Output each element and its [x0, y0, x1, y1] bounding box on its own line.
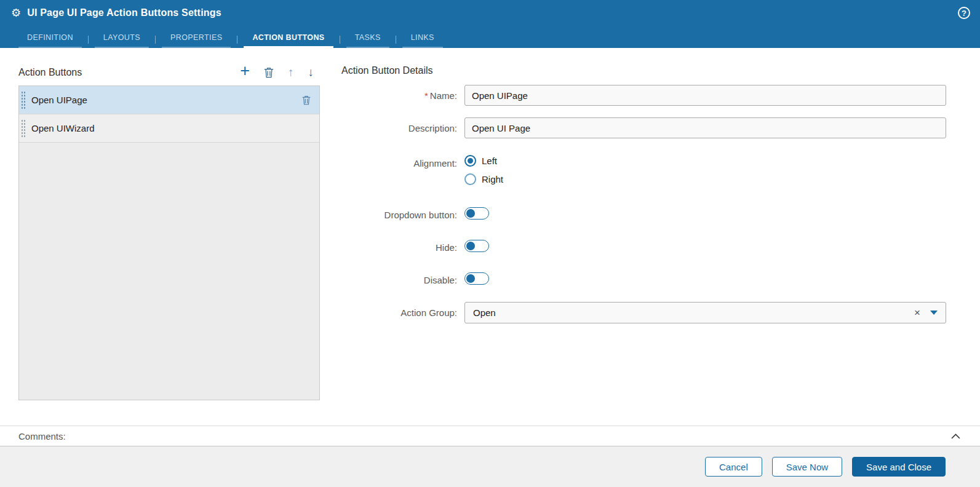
- alignment-right-option[interactable]: Right: [464, 173, 946, 185]
- radio-selected-icon[interactable]: [464, 155, 476, 167]
- tab-bar: DEFINITION LAYOUTS PROPERTIES ACTION BUT…: [0, 26, 980, 48]
- action-buttons-panel: Action Buttons + ↑ ↓ Open UIPage: [18, 64, 320, 426]
- name-row: *Name:: [341, 85, 946, 106]
- description-input[interactable]: [464, 117, 946, 138]
- tab-tasks[interactable]: TASKS: [346, 29, 389, 48]
- save-and-close-button[interactable]: Save and Close: [852, 457, 946, 477]
- action-group-value: Open: [473, 307, 914, 318]
- move-down-icon[interactable]: ↓: [308, 66, 314, 78]
- tab-separator: [396, 36, 396, 44]
- tab-separator: [88, 36, 89, 44]
- gear-icon: ⚙: [11, 7, 21, 18]
- name-label: *Name:: [341, 90, 464, 101]
- list-toolbar: + ↑ ↓: [240, 65, 319, 79]
- hide-row: Hide:: [341, 240, 946, 255]
- list-item-label: Open UIWizard: [25, 123, 319, 133]
- comments-label: Comments:: [18, 431, 66, 441]
- action-buttons-list: Open UIPage Open UIWizard: [18, 85, 320, 400]
- dropdown-button-toggle[interactable]: [464, 207, 489, 220]
- comments-bar: Comments:: [0, 426, 980, 446]
- alignment-left-option[interactable]: Left: [464, 155, 946, 167]
- settings-page: ⚙ UI Page UI Page Action Buttons Setting…: [0, 0, 980, 487]
- drag-handle-icon[interactable]: [21, 91, 25, 109]
- save-now-button[interactable]: Save Now: [772, 457, 842, 477]
- radio-label: Left: [482, 156, 497, 166]
- tab-action-buttons[interactable]: ACTION BUTTONS: [244, 29, 333, 48]
- chevron-down-icon[interactable]: [930, 311, 938, 315]
- action-group-select[interactable]: Open ×: [464, 302, 946, 323]
- cancel-button[interactable]: Cancel: [705, 457, 762, 477]
- action-group-row: Action Group: Open ×: [341, 302, 946, 323]
- add-button-icon[interactable]: +: [240, 63, 250, 79]
- alignment-row: Alignment: Left Right: [341, 154, 946, 185]
- list-item-open-uiwizard[interactable]: Open UIWizard: [19, 114, 319, 143]
- radio-label: Right: [482, 174, 503, 184]
- action-buttons-title: Action Buttons: [18, 67, 82, 78]
- clear-icon[interactable]: ×: [914, 307, 920, 318]
- required-marker: *: [424, 90, 428, 101]
- hide-toggle[interactable]: [464, 240, 489, 252]
- disable-toggle[interactable]: [464, 272, 489, 285]
- row-delete-icon[interactable]: [302, 95, 311, 105]
- tab-definition[interactable]: DEFINITION: [18, 29, 82, 48]
- radio-unselected-icon[interactable]: [464, 173, 476, 185]
- list-item-open-uipage[interactable]: Open UIPage: [19, 86, 319, 114]
- tab-separator: [155, 36, 156, 44]
- tab-separator: [340, 36, 340, 44]
- header: ⚙ UI Page UI Page Action Buttons Setting…: [0, 0, 980, 48]
- delete-button-icon[interactable]: [264, 67, 274, 78]
- dropdown-button-row: Dropdown button:: [341, 207, 946, 222]
- tab-layouts[interactable]: LAYOUTS: [95, 29, 149, 48]
- title-row: ⚙ UI Page UI Page Action Buttons Setting…: [0, 0, 980, 26]
- help-icon[interactable]: ?: [958, 7, 970, 19]
- action-group-label: Action Group:: [341, 307, 464, 318]
- action-button-details-panel: Action Button Details *Name: Description…: [341, 64, 946, 426]
- alignment-label: Alignment:: [341, 158, 464, 168]
- disable-row: Disable:: [341, 272, 946, 287]
- name-input[interactable]: [464, 85, 946, 106]
- details-title: Action Button Details: [341, 64, 946, 85]
- drag-handle-icon[interactable]: [21, 119, 25, 138]
- main-content: Action Buttons + ↑ ↓ Open UIPage: [0, 48, 980, 426]
- tab-separator: [237, 36, 237, 44]
- dropdown-button-label: Dropdown button:: [341, 210, 464, 220]
- list-item-label: Open UIPage: [25, 95, 302, 105]
- tab-properties[interactable]: PROPERTIES: [162, 29, 231, 48]
- description-label: Description:: [341, 123, 464, 133]
- move-up-icon[interactable]: ↑: [288, 66, 294, 78]
- tab-links[interactable]: LINKS: [402, 29, 443, 48]
- footer-bar: Cancel Save Now Save and Close: [0, 446, 980, 487]
- hide-label: Hide:: [341, 242, 464, 253]
- description-row: Description:: [341, 117, 946, 138]
- page-title: UI Page UI Page Action Buttons Settings: [27, 7, 221, 18]
- disable-label: Disable:: [341, 275, 464, 285]
- action-buttons-header: Action Buttons + ↑ ↓: [18, 64, 320, 85]
- chevron-up-icon[interactable]: [949, 431, 963, 441]
